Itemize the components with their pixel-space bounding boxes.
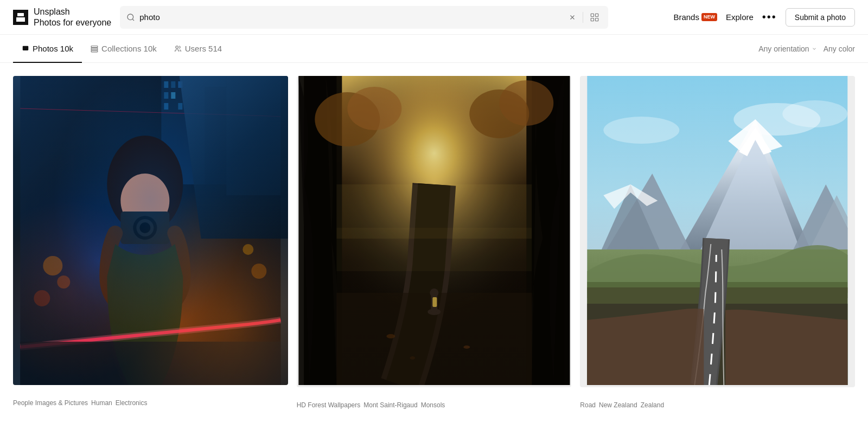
search-icon (126, 13, 135, 22)
svg-rect-1 (16, 17, 25, 22)
brands-link[interactable]: Brands New (673, 12, 717, 22)
tab-collections-label: Collections 10k (101, 44, 157, 53)
svg-point-29 (251, 264, 266, 279)
tab-photos-label: Photos 10k (33, 44, 73, 53)
photo-card-3[interactable] (580, 76, 855, 387)
svg-point-51 (410, 356, 415, 360)
svg-point-30 (107, 136, 183, 233)
color-filter-button[interactable]: Any color (824, 44, 855, 53)
photo-column-1: People Images & Pictures Human Electroni… (13, 76, 288, 411)
svg-rect-18 (164, 81, 168, 88)
filters-area: Any orientation Any color (758, 44, 855, 53)
photo-tag-3-0[interactable]: Road (580, 401, 596, 409)
svg-point-2 (127, 14, 133, 20)
photo-tags-2: HD Forest Wallpapers Mont Saint-Rigaud M… (297, 396, 572, 411)
explore-label: Explore (726, 12, 754, 22)
photo-tags-3: Road New Zealand Zealand (580, 396, 855, 411)
svg-point-45 (347, 87, 401, 130)
explore-link[interactable]: Explore (726, 12, 754, 22)
tab-photos[interactable]: Photos 10k (13, 35, 82, 63)
svg-rect-6 (596, 18, 598, 21)
svg-point-33 (133, 216, 157, 240)
tab-users[interactable]: Users 514 (165, 35, 231, 63)
photo-card-1[interactable] (13, 76, 288, 385)
photo-tags-1: People Images & Pictures Human Electroni… (13, 394, 288, 409)
svg-point-31 (120, 174, 169, 228)
color-filter-label: Any color (824, 44, 855, 53)
collections-tab-icon (91, 45, 98, 53)
tabs-row: Photos 10k Collections 10k Users 514 Any… (0, 35, 868, 63)
svg-rect-5 (591, 18, 593, 21)
svg-point-26 (57, 275, 70, 289)
photo-tag-1-1[interactable]: Human (91, 399, 112, 407)
logo-subtitle: Photos for everyone (34, 17, 111, 28)
logo-area[interactable]: Unsplash Photos for everyone (13, 7, 111, 27)
svg-rect-10 (91, 50, 98, 52)
svg-rect-15 (161, 76, 226, 184)
tab-users-label: Users 514 (185, 44, 222, 53)
visual-search-button[interactable] (588, 10, 602, 24)
photo-tag-2-2[interactable]: Monsols (421, 401, 445, 409)
logo-text: Unsplash Photos for everyone (34, 7, 111, 27)
svg-rect-9 (91, 48, 98, 49)
svg-rect-20 (178, 81, 182, 88)
new-badge: New (701, 13, 717, 21)
svg-point-49 (386, 334, 395, 338)
photo-tag-3-1[interactable]: New Zealand (599, 401, 637, 409)
main-content: People Images & Pictures Human Electroni… (0, 63, 868, 411)
svg-rect-0 (17, 13, 24, 16)
svg-rect-22 (171, 92, 175, 99)
submit-label: Submit a photo (795, 13, 846, 22)
svg-rect-8 (91, 46, 98, 47)
search-divider (583, 12, 583, 23)
logo-title: Unsplash (34, 7, 111, 17)
svg-point-11 (176, 46, 178, 48)
svg-point-34 (136, 219, 154, 236)
svg-rect-21 (164, 92, 168, 99)
search-input[interactable] (139, 12, 562, 22)
photo-tag-1-0[interactable]: People Images & Pictures (13, 399, 88, 407)
photo-svg-2 (297, 76, 572, 385)
photo-tag-3-2[interactable]: Zealand (641, 401, 664, 409)
brands-label: Brands (673, 12, 699, 22)
svg-rect-24 (178, 103, 182, 110)
photo-image-2 (297, 76, 572, 387)
svg-rect-16 (205, 87, 248, 184)
tab-collections[interactable]: Collections 10k (82, 35, 165, 63)
header: Unsplash Photos for everyone Brands New … (0, 0, 868, 35)
orientation-filter-button[interactable]: Any orientation (758, 44, 816, 53)
svg-rect-13 (20, 76, 280, 385)
search-bar (120, 6, 608, 29)
svg-point-35 (139, 222, 150, 233)
photo-card-2[interactable] (297, 76, 572, 387)
more-button[interactable]: ••• (762, 11, 777, 23)
header-right: Brands New Explore ••• Submit a photo (673, 8, 855, 27)
svg-point-25 (43, 256, 62, 275)
photo-tag-1-2[interactable]: Electronics (116, 399, 148, 407)
svg-point-28 (242, 244, 253, 255)
submit-photo-button[interactable]: Submit a photo (786, 8, 855, 27)
svg-rect-12 (20, 76, 280, 385)
more-label: ••• (762, 11, 777, 23)
svg-rect-54 (432, 297, 437, 307)
photo-column-2: HD Forest Wallpapers Mont Saint-Rigaud M… (297, 76, 572, 411)
svg-rect-7 (23, 46, 29, 50)
svg-rect-23 (164, 103, 168, 110)
clear-search-button[interactable] (566, 11, 578, 23)
photo-column-3: Road New Zealand Zealand (580, 76, 855, 411)
photo-grid: People Images & Pictures Human Electroni… (13, 76, 855, 411)
users-tab-icon (174, 45, 182, 53)
svg-rect-36 (20, 342, 280, 385)
photo-svg-1 (13, 76, 288, 385)
photo-tag-2-1[interactable]: Mont Saint-Rigaud (363, 401, 417, 409)
svg-point-60 (783, 100, 848, 127)
photo-tag-2-0[interactable]: HD Forest Wallpapers (297, 401, 361, 409)
svg-rect-32 (120, 211, 169, 244)
svg-rect-57 (336, 228, 532, 271)
orientation-filter-label: Any orientation (758, 44, 809, 53)
photo-image-3 (580, 76, 855, 387)
photos-tab-icon (22, 45, 29, 53)
photo-svg-3 (580, 76, 855, 385)
svg-rect-3 (591, 14, 593, 16)
svg-point-55 (430, 289, 438, 297)
